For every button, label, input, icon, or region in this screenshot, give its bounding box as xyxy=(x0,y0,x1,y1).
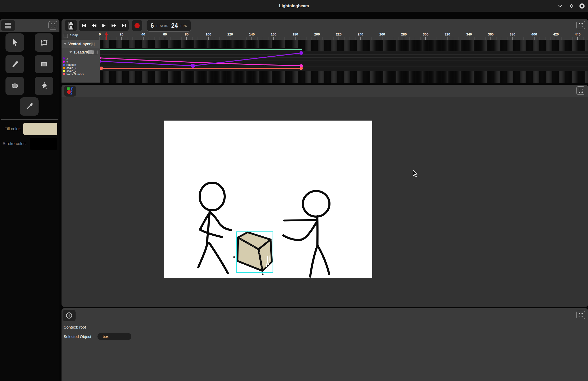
tool-panel-expand-button[interactable] xyxy=(48,21,57,29)
expand-icon xyxy=(579,313,583,317)
fill-color-swatch[interactable] xyxy=(23,123,57,135)
ruler-label: 40 xyxy=(141,32,145,36)
shapes-mode-button[interactable] xyxy=(64,86,76,97)
tool-select-button[interactable] xyxy=(5,33,24,52)
ellipse-icon xyxy=(11,82,19,90)
expand-icon xyxy=(579,89,583,93)
tool-eyedropper-button[interactable] xyxy=(20,97,39,116)
filmstrip-icon xyxy=(68,21,74,30)
ruler-label: 20 xyxy=(120,32,123,36)
fill-color-label: Fill color: xyxy=(4,127,21,131)
skip-to-end-button[interactable] xyxy=(119,20,129,31)
group-row[interactable]: 151ad70a... ~ xyxy=(62,48,100,56)
collapse-caret-icon[interactable] xyxy=(64,43,67,45)
mouse-cursor-icon xyxy=(411,170,419,178)
group-solid-button[interactable] xyxy=(88,50,93,54)
window-minimize-button[interactable] xyxy=(557,3,563,9)
ruler-label: 300 xyxy=(423,32,428,36)
property-color-dot xyxy=(63,57,65,59)
property-row[interactable]: scale_x xyxy=(62,66,100,69)
layer-name: VectorLayer xyxy=(68,41,91,46)
property-row[interactable]: frameNumber xyxy=(62,73,100,76)
window-close-button[interactable] xyxy=(579,3,585,9)
selection-anchor[interactable] xyxy=(233,256,235,258)
record-icon xyxy=(134,23,140,28)
skip-end-icon xyxy=(122,23,126,28)
ruler-label: 360 xyxy=(488,32,494,36)
tool-panel-header xyxy=(0,19,59,32)
property-row[interactable]: x xyxy=(62,57,100,60)
expand-icon xyxy=(579,23,583,27)
ruler-label: 140 xyxy=(249,32,255,36)
stick-figure-right[interactable] xyxy=(283,191,329,277)
keyframe-curves xyxy=(100,40,588,83)
tool-transform-button[interactable] xyxy=(35,33,53,52)
snap-checkbox[interactable] xyxy=(64,34,68,38)
ruler-label: 100 xyxy=(206,32,211,36)
info-panel-expand-button[interactable] xyxy=(576,311,585,319)
context-text: Context: root xyxy=(64,325,86,329)
fast-forward-button[interactable] xyxy=(109,20,119,31)
record-button[interactable] xyxy=(132,20,142,31)
ruler-label: 220 xyxy=(336,32,342,36)
tool-rectangle-button[interactable] xyxy=(35,55,53,73)
group-curve-button[interactable]: ~ xyxy=(93,50,97,54)
keyframe-dot[interactable] xyxy=(300,67,303,70)
rewind-button[interactable] xyxy=(89,20,99,31)
paint-bucket-icon xyxy=(40,82,48,90)
property-row[interactable]: scale_y xyxy=(62,69,100,73)
tool-paint-bucket-button[interactable] xyxy=(35,77,53,95)
info-icon xyxy=(66,312,72,319)
close-icon xyxy=(579,3,585,9)
ruler-minor-ticks xyxy=(100,37,588,40)
selected-object-label: Selected Object xyxy=(64,334,91,339)
tool-panel: Fill color: Stroke color: xyxy=(0,19,59,381)
tool-ellipse-button[interactable] xyxy=(5,77,24,95)
keyframe-dot[interactable] xyxy=(299,51,303,55)
property-color-dot xyxy=(63,73,65,75)
timeline-tracks[interactable] xyxy=(100,40,588,83)
ruler-label: 440 xyxy=(575,32,580,36)
stage-drawing xyxy=(164,121,372,278)
divider xyxy=(1,119,58,120)
keyframe-dot[interactable] xyxy=(100,67,103,70)
property-name: y xyxy=(66,60,68,63)
selection-anchor[interactable] xyxy=(262,273,264,275)
stage[interactable] xyxy=(164,121,372,278)
play-button[interactable] xyxy=(99,20,109,31)
keyframe-dot[interactable] xyxy=(100,60,101,63)
selected-object-field[interactable]: box xyxy=(97,333,131,340)
ruler-label: 320 xyxy=(444,32,450,36)
diamond-icon xyxy=(569,4,574,8)
titlebar: Lightningbeam xyxy=(0,0,588,12)
box-object[interactable] xyxy=(237,232,272,271)
layer-badge: [L] xyxy=(91,42,95,46)
canvas-expand-button[interactable] xyxy=(576,86,585,95)
transform-icon xyxy=(40,38,48,47)
frame-fps-panel[interactable]: 6 FRAME 24 FPS xyxy=(147,20,191,32)
chevron-down-icon xyxy=(558,5,562,7)
panel-grid-button[interactable] xyxy=(1,20,15,31)
layer-row[interactable]: VectorLayer [L] xyxy=(62,40,100,48)
window-maximize-button[interactable] xyxy=(569,3,574,9)
property-row[interactable]: y xyxy=(62,60,100,63)
keyframe-dot[interactable] xyxy=(191,64,195,68)
keyframe-dot[interactable] xyxy=(100,57,101,59)
collapse-caret-icon[interactable] xyxy=(69,51,72,53)
stroke-color-swatch[interactable] xyxy=(30,138,57,150)
info-panel: Context: root Selected Object box xyxy=(62,308,588,381)
ruler-label: 0 xyxy=(99,32,101,36)
shapes-logo-icon xyxy=(66,87,74,95)
rectangle-icon xyxy=(40,60,48,68)
tool-pencil-button[interactable] xyxy=(5,55,24,73)
frame-label: FRAME xyxy=(156,24,169,27)
timeline-expand-button[interactable] xyxy=(576,21,585,29)
film-settings-button[interactable] xyxy=(65,20,77,31)
property-row[interactable]: rotation xyxy=(62,63,100,66)
expand-icon xyxy=(51,23,55,27)
skip-to-start-button[interactable] xyxy=(79,20,89,31)
stick-figure-left[interactable] xyxy=(198,183,231,273)
info-button[interactable] xyxy=(63,310,76,321)
window-title: Lightningbeam xyxy=(0,0,588,12)
property-color-dot xyxy=(63,70,65,72)
